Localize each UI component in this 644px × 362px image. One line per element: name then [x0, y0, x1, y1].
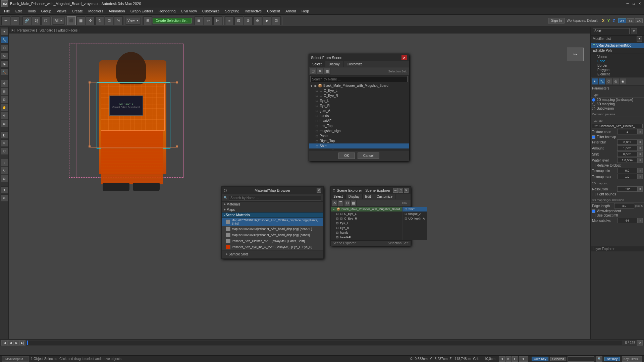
- relative-to-bbox-row[interactable]: Relative to bbox: [591, 163, 644, 168]
- sfs-right-top[interactable]: ⊡ Right_Top: [309, 138, 409, 143]
- sfs-headaf[interactable]: ⊡ headAF: [309, 118, 409, 123]
- menu-item-interactive[interactable]: Interactive: [242, 8, 265, 14]
- element-sub[interactable]: Element: [591, 72, 644, 76]
- utils-panel-btn[interactable]: 🔨: [1, 68, 8, 76]
- se-hands[interactable]: ⊡ hands: [331, 230, 402, 235]
- select-obj-btn[interactable]: ◧: [1, 131, 8, 139]
- sfs-display-tab[interactable]: Display: [325, 61, 343, 67]
- 2d-mapping-radio[interactable]: 2D mapping (landscape): [591, 98, 644, 102]
- maximize-button[interactable]: □: [631, 1, 637, 7]
- resolution-spinner[interactable]: ⬍: [637, 186, 643, 192]
- modify-panel-icon[interactable]: 🔧: [598, 78, 605, 85]
- selected-btn[interactable]: Selected: [550, 357, 566, 361]
- anim-key-prev-btn[interactable]: ◀: [499, 356, 505, 362]
- create-panel-icon[interactable]: ✦: [591, 78, 598, 85]
- object-name-input[interactable]: [593, 28, 630, 34]
- mb-item-0[interactable]: Map #2070298216(Prisoner_Afro_Clothes_di…: [222, 218, 323, 226]
- scale-tool-btn[interactable]: ⊡: [1, 175, 8, 182]
- menu-item-group[interactable]: Group: [38, 8, 54, 14]
- mb-item-2[interactable]: Map #2070298242(Prisoner_Afro_hand_disp.…: [222, 232, 323, 238]
- mirror-button[interactable]: ⇔: [204, 16, 213, 25]
- anim-play-btn[interactable]: ▶: [505, 356, 512, 362]
- timeline-config-btn[interactable]: ⚙: [637, 340, 643, 346]
- se-tree-view-btn[interactable]: ⊡: [344, 200, 350, 206]
- scale-button[interactable]: ⊡: [105, 16, 113, 25]
- sfs-select-tab[interactable]: Select: [309, 61, 325, 67]
- anim-record-btn[interactable]: ⏺: [519, 356, 528, 362]
- xy-coord-button[interactable]: XY: [618, 18, 626, 23]
- timeline-next-btn[interactable]: ▶|: [19, 340, 25, 346]
- se-eye-l[interactable]: ⊡ Eye_L: [331, 221, 402, 226]
- auto-key-btn[interactable]: Auto Key: [532, 357, 549, 361]
- selection-filter-dropdown[interactable]: All▼: [53, 17, 64, 24]
- use-object-mtl-row[interactable]: Use object mtl: [591, 213, 644, 218]
- menu-item-tools[interactable]: Tools: [24, 8, 39, 14]
- vertex-sub[interactable]: Vertex: [591, 55, 644, 59]
- menu-item-rendering[interactable]: Rendering: [156, 8, 178, 14]
- edge-sub[interactable]: Edge: [591, 59, 644, 63]
- mb-item-3[interactable]: Prisoner_Afro_Clothes_MAT（VRayMtl）[Pants…: [222, 238, 323, 244]
- close-button[interactable]: ✕: [637, 1, 643, 7]
- se-shirt-right[interactable]: ⊡ Shirt: [402, 207, 427, 212]
- max-subdivs-input[interactable]: 64: [617, 218, 637, 223]
- mb-item-4[interactable]: Prisoner_Afro_eye_ins_A_MAT（VRayMtl）[Eye…: [222, 244, 323, 250]
- texture-chan-input[interactable]: 1: [617, 129, 637, 134]
- menu-item-civil-view[interactable]: Civil View: [178, 8, 199, 14]
- texmap-value[interactable]: 8216 #Prisoner_Afro_Clothes_: [592, 124, 643, 128]
- texture-chan-spinner[interactable]: ⬍: [637, 129, 643, 134]
- align-button[interactable]: ⊫: [213, 16, 222, 25]
- object-name-dropdown[interactable]: ▼: [631, 28, 637, 34]
- shift-spinner[interactable]: ⬍: [637, 152, 643, 157]
- select-region-button[interactable]: ▦: [76, 16, 85, 25]
- x-axis-button[interactable]: X: [601, 18, 606, 23]
- menu-item-create[interactable]: Create: [69, 8, 86, 14]
- sfs-customize-tab[interactable]: Customize: [343, 61, 366, 67]
- orbit-btn[interactable]: ↺: [1, 112, 8, 119]
- view-dependent-row[interactable]: View-dependent: [591, 209, 644, 213]
- sfs-close-btn[interactable]: ✕: [401, 55, 407, 60]
- amount-spinner[interactable]: ⬍: [637, 145, 643, 151]
- sfs-eye-r[interactable]: ⊡ Eye_R: [309, 103, 409, 108]
- mb-item-1[interactable]: Map #2070298233(Prisoner_Afro_head_disp.…: [222, 226, 323, 232]
- motion-panel-icon[interactable]: ◎: [612, 78, 619, 85]
- sfs-filter-btn[interactable]: ▦: [324, 68, 330, 75]
- zoom-all-btn[interactable]: ⊞: [1, 88, 8, 95]
- anim-key-next-btn[interactable]: ▶|: [512, 356, 518, 362]
- sfs-search-input[interactable]: [310, 76, 408, 82]
- bind-button[interactable]: ⬡: [41, 16, 50, 25]
- select-button[interactable]: ⬛: [67, 16, 76, 25]
- render-frame-button[interactable]: ⊡: [272, 16, 281, 25]
- editable-poly-item[interactable]: Editable Poly: [591, 48, 644, 53]
- vray-displacement-mod[interactable]: ☰ VRayDisplacementMod: [591, 43, 644, 48]
- se-eye-r[interactable]: ⊡ Eye_R: [331, 226, 402, 230]
- menu-item-graph-editors[interactable]: Graph Editors: [128, 8, 156, 14]
- schematic-button[interactable]: ⊡: [234, 16, 243, 25]
- texmap-min-input[interactable]: 0,0: [617, 168, 637, 173]
- filter-blur-input[interactable]: 0,001: [617, 139, 637, 145]
- hierarchy-panel-btn[interactable]: ⬡: [1, 44, 8, 52]
- graph-editor-button[interactable]: ≈: [225, 16, 234, 25]
- se-root-node[interactable]: 📦 Black_Male_Prisoner_with_Mugshot_Board: [331, 207, 402, 212]
- se-edit-tab[interactable]: Edit: [363, 194, 374, 199]
- sign-in-button[interactable]: Sign In: [548, 18, 565, 23]
- se-list-view-btn[interactable]: ☰: [338, 200, 344, 206]
- sfs-c-eye-l[interactable]: ⊡ ⊡ C_Eye_L: [309, 88, 409, 93]
- move-button[interactable]: ✛: [86, 16, 95, 25]
- sfs-gum-a[interactable]: ⊡ gum_A: [309, 108, 409, 113]
- snap-button[interactable]: ⊞: [143, 16, 152, 25]
- extrude-btn[interactable]: ⬆: [1, 186, 8, 194]
- view-dropdown[interactable]: View ▼: [126, 17, 140, 24]
- texmap-min-spinner[interactable]: ⬍: [637, 168, 643, 173]
- mb-sample-slots[interactable]: + Sample Slots: [224, 252, 321, 257]
- mb-search-input[interactable]: [229, 195, 321, 200]
- sfs-root-item[interactable]: ◉ 📦 Black_Male_Prisoner_with_Mugshot_Boa…: [309, 83, 409, 88]
- resolution-input[interactable]: 512: [617, 186, 637, 192]
- texmap-max-spinner[interactable]: ⬍: [637, 174, 643, 179]
- modify-panel-btn[interactable]: 🔧: [1, 36, 8, 44]
- named-sel-button[interactable]: ☰: [195, 16, 203, 25]
- move-tool-btn[interactable]: ↕: [1, 159, 8, 166]
- 3d-mapping-radio[interactable]: 3D mapping: [591, 102, 644, 106]
- zoom-extents-btn[interactable]: ⊡: [1, 96, 8, 103]
- edge-length-input[interactable]: 4,0: [614, 203, 634, 208]
- paint-select-btn[interactable]: ✏: [1, 139, 8, 147]
